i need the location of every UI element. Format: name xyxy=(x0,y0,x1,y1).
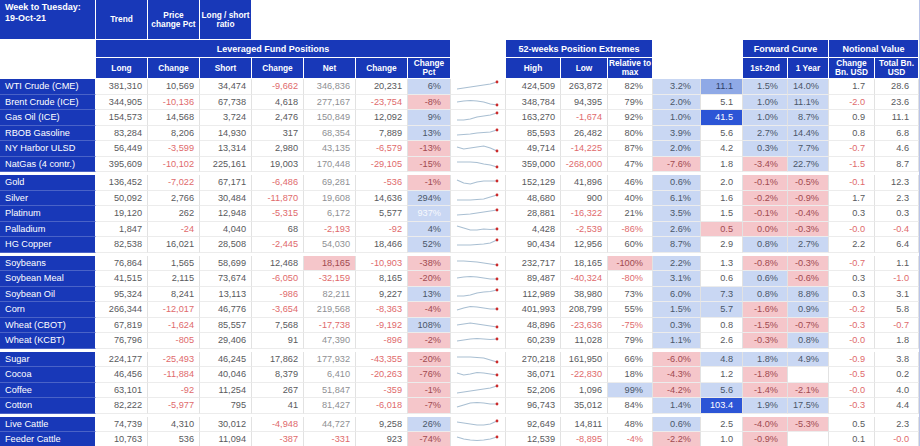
cell-high: 424,509 xyxy=(506,79,561,95)
row-label: Coffee xyxy=(0,383,96,399)
cell-fc-1st-2nd: 0.0% xyxy=(743,222,788,238)
row-label: Gold xyxy=(0,175,96,191)
cell-fc-1st-2nd: 1.0% xyxy=(743,95,788,111)
cell-long-change: -10,136 xyxy=(148,95,200,111)
cell-nv-total: 3.1 xyxy=(875,287,919,303)
cell-long: 136,452 xyxy=(96,175,148,191)
cell-high: 163,270 xyxy=(506,110,561,126)
cell-short: 58,699 xyxy=(200,256,252,272)
cell-fc-1-year: -0.7% xyxy=(788,318,829,334)
cell-short-change: 7,568 xyxy=(252,318,304,334)
trend-sparkline xyxy=(451,141,506,157)
cell-high: 12,539 xyxy=(506,432,561,446)
cell-long: 74,739 xyxy=(96,417,148,433)
cell-change-pct: 294% xyxy=(408,191,451,207)
cell-fc-1-year: 14.4% xyxy=(788,126,829,142)
cell-change-pct: -15% xyxy=(408,157,451,173)
cell-change-pct: -2% xyxy=(408,333,451,349)
cell-nv-change: -0.7 xyxy=(829,141,875,157)
cell-long-change: -92 xyxy=(148,383,200,399)
cell-nv-change: -0.7 xyxy=(829,256,875,272)
trend-sparkline xyxy=(451,79,506,95)
cell-price-change-pct: 2.0% xyxy=(653,95,701,111)
sparkline-svg xyxy=(456,127,500,139)
cell-long-short-ratio: 4.8 xyxy=(701,352,743,368)
cell-fc-1st-2nd: -0.8% xyxy=(743,256,788,272)
cell-long-short-ratio: 5.1 xyxy=(701,95,743,111)
cell-long-short-ratio: 7.3 xyxy=(701,287,743,303)
column-net: Net xyxy=(304,58,356,79)
trend-sparkline xyxy=(451,417,506,433)
cell-nv-change: 2.2 xyxy=(829,237,875,253)
cell-nv-change: 0.1 xyxy=(829,432,875,446)
cell-fc-1st-2nd: 1.0% xyxy=(743,110,788,126)
cell-fc-1-year: 11.1% xyxy=(788,95,829,111)
cell-short-change: 317 xyxy=(252,126,304,142)
cell-high: 85,593 xyxy=(506,126,561,142)
cell-short-change: 267 xyxy=(252,383,304,399)
cell-long-short-ratio: 5.6 xyxy=(701,383,743,399)
cell-short: 11,254 xyxy=(200,383,252,399)
cell-net: -32,159 xyxy=(304,271,356,287)
row-label: Sugar xyxy=(0,352,96,368)
cell-high: 232,717 xyxy=(506,256,561,272)
cell-short-change: -4,948 xyxy=(252,417,304,433)
cell-fc-1-year: 8.8% xyxy=(788,287,829,303)
cell-change-pct: 9% xyxy=(408,110,451,126)
cell-low: 38,980 xyxy=(561,287,608,303)
column-high: High xyxy=(506,58,561,79)
cell-long-short-ratio: 1.5 xyxy=(701,206,743,222)
cell-long-short-ratio: 41.5 xyxy=(701,110,743,126)
trend-sparkline xyxy=(451,398,506,414)
table-row: Platinum19,12026212,948-5,3156,1725,5779… xyxy=(0,206,919,222)
cell-fc-1st-2nd: -3.4% xyxy=(743,157,788,173)
cell-net-change: 20,231 xyxy=(356,79,408,95)
trend-sparkline xyxy=(451,191,506,207)
cell-low: 41,896 xyxy=(561,175,608,191)
cell-fc-1st-2nd: -1.4% xyxy=(743,383,788,399)
cell-long: 67,819 xyxy=(96,318,148,334)
cell-long-short-ratio: 1.2 xyxy=(701,367,743,383)
cell-fc-1st-2nd: -0.1% xyxy=(743,206,788,222)
cell-long: 344,905 xyxy=(96,95,148,111)
cell-price-change-pct: -6.0% xyxy=(653,352,701,368)
report-date: 19-Oct-21 xyxy=(5,13,46,23)
cell-short-change: 2,980 xyxy=(252,141,304,157)
cell-short-change: -5,315 xyxy=(252,206,304,222)
cell-relative-to-max: 99% xyxy=(608,383,653,399)
cell-long: 41,515 xyxy=(96,271,148,287)
cell-short-change: -6,486 xyxy=(252,175,304,191)
cell-nv-change: -0.3 xyxy=(829,318,875,334)
cell-net: 82,211 xyxy=(304,287,356,303)
cell-low: -23,636 xyxy=(561,318,608,334)
cell-net-change: 18,466 xyxy=(356,237,408,253)
cell-short-change: -2,445 xyxy=(252,237,304,253)
cell-relative-to-max: 82% xyxy=(608,79,653,95)
cell-low: 208,799 xyxy=(561,302,608,318)
cell-net-change: 9,227 xyxy=(356,287,408,303)
sparkline-svg xyxy=(456,368,500,380)
cell-change-pct: -7% xyxy=(408,398,451,414)
trend-sparkline xyxy=(451,318,506,334)
cell-short-change: -6,050 xyxy=(252,271,304,287)
cell-change-pct: -74% xyxy=(408,432,451,446)
cell-short: 67,738 xyxy=(200,95,252,111)
cell-nv-total: 28.6 xyxy=(875,79,919,95)
cell-fc-1-year: 22.7% xyxy=(788,157,829,173)
cell-short: 795 xyxy=(200,398,252,414)
table-row: Silver50,0922,76630,484-11,87019,60814,6… xyxy=(0,191,919,207)
cell-long-change: 10,569 xyxy=(148,79,200,95)
sparkline-svg xyxy=(456,418,500,430)
cell-long-change: 4,310 xyxy=(148,417,200,433)
cell-fc-1st-2nd: 0.8% xyxy=(743,237,788,253)
week-label: Week to Tuesday: xyxy=(5,2,81,12)
cell-relative-to-max: -86% xyxy=(608,222,653,238)
cell-long-change: -24 xyxy=(148,222,200,238)
sparkline-svg xyxy=(456,111,500,123)
cell-net-change: -6,579 xyxy=(356,141,408,157)
cell-long: 76,796 xyxy=(96,333,148,349)
cell-fc-1st-2nd: -1.8% xyxy=(743,367,788,383)
cell-high: 152,129 xyxy=(506,175,561,191)
cell-net-change: 923 xyxy=(356,432,408,446)
trend-sparkline xyxy=(451,237,506,253)
